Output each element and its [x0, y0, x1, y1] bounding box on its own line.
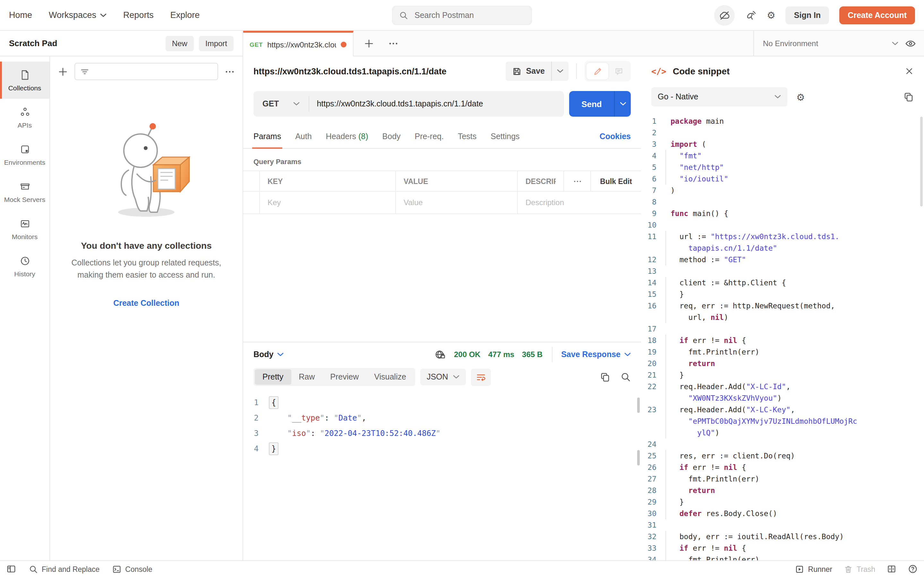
- params-more-options-button[interactable]: [564, 171, 591, 191]
- request-tab-headers[interactable]: Headers (8): [326, 124, 368, 148]
- settings-gear-icon[interactable]: ⚙: [767, 10, 775, 20]
- save-response-button[interactable]: Save Response: [561, 350, 631, 359]
- chevron-down-icon[interactable]: [892, 41, 898, 45]
- request-tab-settings[interactable]: Settings: [491, 124, 519, 148]
- response-view-raw[interactable]: Raw: [291, 369, 322, 385]
- close-panel-button[interactable]: [905, 67, 914, 76]
- request-tab-pre-req-[interactable]: Pre-req.: [415, 124, 444, 148]
- sidebar-item-history[interactable]: History: [0, 247, 49, 285]
- global-search[interactable]: [392, 5, 532, 25]
- help-button[interactable]: [908, 564, 918, 574]
- line-number: 11: [641, 231, 664, 242]
- response-scrollbar-thumb[interactable]: [637, 398, 640, 413]
- new-button[interactable]: New: [166, 35, 194, 51]
- response-body-viewer[interactable]: 1{2 "__type": "Date",3 "iso": "2022-04-2…: [243, 391, 641, 560]
- sidebar-item-apis[interactable]: APIs: [0, 99, 49, 136]
- bulk-edit-button[interactable]: Bulk Edit: [591, 171, 641, 191]
- response-view-pretty[interactable]: Pretty: [255, 369, 291, 385]
- rename-request-button[interactable]: [586, 63, 608, 79]
- response-format-dropdown[interactable]: JSON: [420, 369, 466, 385]
- code-text: body, err := ioutil.ReadAll(res.Body): [664, 531, 844, 542]
- language-selector[interactable]: Go - Native: [651, 87, 787, 106]
- search-response-icon[interactable]: [620, 372, 631, 382]
- response-size[interactable]: 365 B: [522, 350, 543, 359]
- sidebar-item-collections[interactable]: Collections: [0, 61, 49, 99]
- method-selector[interactable]: GET: [254, 99, 309, 108]
- wrap-text-button[interactable]: [471, 368, 491, 386]
- two-pane-view-button[interactable]: [887, 564, 897, 574]
- chevron-down-icon: [293, 102, 299, 106]
- code-text: fmt.Println(err): [664, 554, 759, 560]
- workspace-header: Scratch Pad New Import: [0, 31, 243, 56]
- rail-label: APIs: [18, 121, 32, 129]
- nav-workspaces[interactable]: Workspaces: [49, 10, 107, 20]
- send-button[interactable]: Send: [569, 91, 614, 117]
- tab-label: Params: [254, 132, 281, 141]
- request-tab-auth[interactable]: Auth: [295, 124, 312, 148]
- search-icon: [29, 564, 38, 574]
- nav-reports[interactable]: Reports: [123, 10, 153, 20]
- add-collection-plus-icon[interactable]: [58, 66, 68, 77]
- divider: [576, 63, 577, 79]
- param-description-input[interactable]: [518, 198, 641, 207]
- code-line: 13: [641, 266, 924, 277]
- new-tab-plus-icon[interactable]: [364, 38, 374, 48]
- import-button[interactable]: Import: [199, 35, 234, 51]
- nav-explore[interactable]: Explore: [170, 10, 200, 20]
- cookies-link[interactable]: Cookies: [599, 132, 631, 141]
- line-number: 8: [641, 196, 664, 208]
- collections-more-dots-icon[interactable]: [225, 66, 235, 77]
- comments-button[interactable]: [608, 63, 629, 79]
- search-input[interactable]: [413, 10, 525, 20]
- request-tab-params[interactable]: Params: [254, 124, 281, 148]
- runner-label: Runner: [808, 565, 832, 573]
- snippet-scrollbar-thumb[interactable]: [920, 117, 923, 206]
- response-view-visualize[interactable]: Visualize: [367, 369, 414, 385]
- sidebar-item-environments[interactable]: Environments: [0, 136, 49, 173]
- copy-response-icon[interactable]: [600, 372, 610, 382]
- response-status-badge[interactable]: 200 OK: [454, 350, 481, 359]
- capture-requests-button[interactable]: [745, 9, 756, 21]
- nav-home[interactable]: Home: [9, 10, 32, 20]
- create-collection-link[interactable]: Create Collection: [63, 299, 230, 308]
- request-tab-tests[interactable]: Tests: [458, 124, 477, 148]
- open-request-tab[interactable]: GET https://xw0ntz3k.clouc: [243, 31, 354, 56]
- filter-collections-input[interactable]: [74, 63, 218, 80]
- param-value-input[interactable]: [396, 198, 517, 207]
- console-button[interactable]: Console: [112, 564, 152, 574]
- copy-snippet-button[interactable]: [903, 92, 914, 102]
- save-button[interactable]: Save: [506, 66, 551, 76]
- save-options-button[interactable]: [551, 61, 569, 81]
- sidebar-item-mock-servers[interactable]: Mock Servers: [0, 173, 49, 210]
- sign-in-button[interactable]: Sign In: [786, 6, 829, 24]
- chevron-down-icon: [100, 13, 107, 17]
- environment-selector[interactable]: No Environment: [763, 39, 885, 48]
- send-options-button[interactable]: [614, 91, 631, 117]
- response-time[interactable]: 477 ms: [488, 350, 514, 359]
- url-input[interactable]: [309, 99, 564, 108]
- code-snippet-viewer[interactable]: 1package main23import (4 "fmt"5 "net/htt…: [641, 113, 924, 560]
- request-tab-body[interactable]: Body: [383, 124, 401, 148]
- response-view-preview[interactable]: Preview: [322, 369, 367, 385]
- top-nav-actions: ⚙ Sign In Create Account: [714, 5, 915, 25]
- snippet-settings-gear-icon[interactable]: ⚙: [796, 92, 805, 102]
- find-and-replace-button[interactable]: Find and Replace: [29, 564, 99, 574]
- toggle-sidebar-button[interactable]: [6, 564, 16, 574]
- runner-button[interactable]: Runner: [795, 564, 832, 574]
- tab-options-dots-icon[interactable]: [388, 38, 399, 48]
- param-key-input[interactable]: [260, 198, 395, 207]
- response-body-dropdown[interactable]: Body: [254, 350, 284, 359]
- environment-quick-look-eye-icon[interactable]: [905, 37, 916, 49]
- chevron-down-icon: [557, 69, 564, 73]
- create-account-button[interactable]: Create Account: [839, 6, 915, 24]
- code-text: ): [664, 185, 675, 196]
- line-number: 13: [641, 266, 664, 277]
- code-line: 7): [641, 185, 924, 196]
- sidebar-item-monitors[interactable]: Monitors: [0, 210, 49, 247]
- offline-status-button[interactable]: [714, 5, 735, 25]
- trash-button[interactable]: Trash: [844, 564, 875, 574]
- code-line: 11 url := "https://xw0ntz3k.cloud.tds1.: [641, 231, 924, 242]
- code-snippet-title: Code snippet: [673, 66, 730, 76]
- response-scrollbar-thumb[interactable]: [637, 450, 640, 466]
- network-globe-lock-icon[interactable]: [435, 349, 446, 360]
